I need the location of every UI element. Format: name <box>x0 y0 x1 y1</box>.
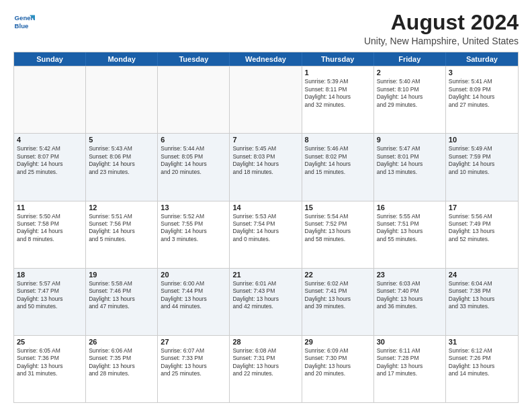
calendar-row-3: 18Sunrise: 5:57 AMSunset: 7:47 PMDayligh… <box>14 268 518 335</box>
cal-cell-r4-c2: 27Sunrise: 6:07 AMSunset: 7:33 PMDayligh… <box>158 336 230 402</box>
day-number-31: 31 <box>449 338 515 346</box>
calendar-header: Sunday Monday Tuesday Wednesday Thursday… <box>14 52 518 66</box>
cal-cell-r2-c6: 17Sunrise: 5:56 AMSunset: 7:49 PMDayligh… <box>446 201 518 268</box>
cal-cell-r1-c1: 5Sunrise: 5:43 AMSunset: 8:06 PMDaylight… <box>86 134 158 200</box>
cell-text-r4-c4: Sunrise: 6:09 AMSunset: 7:30 PMDaylight:… <box>305 347 371 378</box>
day-number-11: 11 <box>17 203 83 212</box>
cell-text-r3-c5: Sunrise: 6:03 AMSunset: 7:40 PMDaylight:… <box>377 280 443 311</box>
cal-cell-r3-c5: 23Sunrise: 6:03 AMSunset: 7:40 PMDayligh… <box>374 269 446 335</box>
day-number-25: 25 <box>17 338 83 346</box>
cal-cell-r0-c1 <box>86 66 158 133</box>
day-number-3: 3 <box>449 68 515 77</box>
cell-text-r1-c3: Sunrise: 5:45 AMSunset: 8:03 PMDaylight:… <box>232 145 298 176</box>
cal-cell-r1-c2: 6Sunrise: 5:44 AMSunset: 8:05 PMDaylight… <box>158 134 230 200</box>
cal-cell-r0-c3 <box>230 66 302 133</box>
cell-text-r1-c6: Sunrise: 5:49 AMSunset: 7:59 PMDaylight:… <box>449 145 515 176</box>
day-number-2: 2 <box>377 68 443 77</box>
cell-text-r4-c1: Sunrise: 6:06 AMSunset: 7:35 PMDaylight:… <box>89 347 154 378</box>
cell-text-r3-c6: Sunrise: 6:04 AMSunset: 7:38 PMDaylight:… <box>449 280 515 311</box>
cal-cell-r3-c6: 24Sunrise: 6:04 AMSunset: 7:38 PMDayligh… <box>446 269 518 335</box>
cal-cell-r0-c4: 1Sunrise: 5:39 AMSunset: 8:11 PMDaylight… <box>302 66 374 133</box>
cell-text-r4-c0: Sunrise: 6:05 AMSunset: 7:36 PMDaylight:… <box>17 347 83 378</box>
cal-cell-r1-c0: 4Sunrise: 5:42 AMSunset: 8:07 PMDaylight… <box>14 134 86 200</box>
day-number-14: 14 <box>232 203 298 212</box>
day-number-21: 21 <box>232 271 298 279</box>
day-number-5: 5 <box>89 136 154 144</box>
cell-text-r0-c6: Sunrise: 5:41 AMSunset: 8:09 PMDaylight:… <box>449 78 515 109</box>
cal-cell-r2-c4: 15Sunrise: 5:54 AMSunset: 7:52 PMDayligh… <box>302 201 374 268</box>
cal-cell-r2-c1: 12Sunrise: 5:51 AMSunset: 7:56 PMDayligh… <box>86 201 158 268</box>
day-number-13: 13 <box>161 203 226 212</box>
cell-text-r2-c4: Sunrise: 5:54 AMSunset: 7:52 PMDaylight:… <box>305 213 371 244</box>
cal-cell-r4-c6: 31Sunrise: 6:12 AMSunset: 7:26 PMDayligh… <box>446 336 518 402</box>
day-number-16: 16 <box>377 203 443 212</box>
logo: General Blue <box>13 11 35 32</box>
day-number-26: 26 <box>89 338 154 346</box>
logo-icon: General Blue <box>13 11 35 32</box>
day-number-24: 24 <box>449 271 515 279</box>
cell-text-r1-c2: Sunrise: 5:44 AMSunset: 8:05 PMDaylight:… <box>161 145 226 176</box>
cal-cell-r1-c3: 7Sunrise: 5:45 AMSunset: 8:03 PMDaylight… <box>230 134 302 200</box>
header-monday: Monday <box>86 52 158 66</box>
day-number-12: 12 <box>89 203 154 212</box>
header-thursday: Thursday <box>302 52 374 66</box>
header-sunday: Sunday <box>14 52 86 66</box>
cell-text-r3-c3: Sunrise: 6:01 AMSunset: 7:43 PMDaylight:… <box>232 280 298 311</box>
cell-text-r0-c4: Sunrise: 5:39 AMSunset: 8:11 PMDaylight:… <box>305 78 371 109</box>
day-number-7: 7 <box>232 136 298 144</box>
cal-cell-r1-c5: 9Sunrise: 5:47 AMSunset: 8:01 PMDaylight… <box>374 134 446 200</box>
calendar: Sunday Monday Tuesday Wednesday Thursday… <box>13 52 519 403</box>
cal-cell-r2-c5: 16Sunrise: 5:55 AMSunset: 7:51 PMDayligh… <box>374 201 446 268</box>
cal-cell-r4-c0: 25Sunrise: 6:05 AMSunset: 7:36 PMDayligh… <box>14 336 86 402</box>
day-number-20: 20 <box>161 271 226 279</box>
day-number-6: 6 <box>161 136 226 144</box>
cell-text-r2-c1: Sunrise: 5:51 AMSunset: 7:56 PMDaylight:… <box>89 213 154 244</box>
cell-text-r2-c0: Sunrise: 5:50 AMSunset: 7:58 PMDaylight:… <box>17 213 83 244</box>
cell-text-r3-c4: Sunrise: 6:02 AMSunset: 7:41 PMDaylight:… <box>305 280 371 311</box>
cal-cell-r0-c0 <box>14 66 86 133</box>
day-number-28: 28 <box>232 338 298 346</box>
day-number-17: 17 <box>449 203 515 212</box>
day-number-9: 9 <box>377 136 443 144</box>
cal-cell-r0-c6: 3Sunrise: 5:41 AMSunset: 8:09 PMDaylight… <box>446 66 518 133</box>
cell-text-r2-c2: Sunrise: 5:52 AMSunset: 7:55 PMDaylight:… <box>161 213 226 244</box>
header-wednesday: Wednesday <box>230 52 302 66</box>
cell-text-r2-c3: Sunrise: 5:53 AMSunset: 7:54 PMDaylight:… <box>232 213 298 244</box>
cal-cell-r3-c0: 18Sunrise: 5:57 AMSunset: 7:47 PMDayligh… <box>14 269 86 335</box>
calendar-row-2: 11Sunrise: 5:50 AMSunset: 7:58 PMDayligh… <box>14 201 518 268</box>
cell-text-r4-c3: Sunrise: 6:08 AMSunset: 7:31 PMDaylight:… <box>232 347 298 378</box>
day-number-23: 23 <box>377 271 443 279</box>
calendar-row-4: 25Sunrise: 6:05 AMSunset: 7:36 PMDayligh… <box>14 335 518 402</box>
cell-text-r4-c6: Sunrise: 6:12 AMSunset: 7:26 PMDaylight:… <box>449 347 515 378</box>
calendar-body: 1Sunrise: 5:39 AMSunset: 8:11 PMDaylight… <box>14 66 518 402</box>
cell-text-r3-c1: Sunrise: 5:58 AMSunset: 7:46 PMDaylight:… <box>89 280 154 311</box>
day-number-30: 30 <box>377 338 443 346</box>
cal-cell-r4-c1: 26Sunrise: 6:06 AMSunset: 7:35 PMDayligh… <box>86 336 158 402</box>
calendar-row-1: 4Sunrise: 5:42 AMSunset: 8:07 PMDaylight… <box>14 133 518 200</box>
day-number-4: 4 <box>17 136 83 144</box>
cell-text-r0-c5: Sunrise: 5:40 AMSunset: 8:10 PMDaylight:… <box>377 78 443 109</box>
cell-text-r1-c5: Sunrise: 5:47 AMSunset: 8:01 PMDaylight:… <box>377 145 443 176</box>
cal-cell-r3-c1: 19Sunrise: 5:58 AMSunset: 7:46 PMDayligh… <box>86 269 158 335</box>
header-tuesday: Tuesday <box>158 52 230 66</box>
cell-text-r3-c2: Sunrise: 6:00 AMSunset: 7:44 PMDaylight:… <box>161 280 226 311</box>
header: General Blue August 2024 Unity, New Hamp… <box>13 11 519 46</box>
day-number-18: 18 <box>17 271 83 279</box>
day-number-19: 19 <box>89 271 154 279</box>
day-number-1: 1 <box>305 68 371 77</box>
cell-text-r4-c2: Sunrise: 6:07 AMSunset: 7:33 PMDaylight:… <box>161 347 226 378</box>
cell-text-r2-c6: Sunrise: 5:56 AMSunset: 7:49 PMDaylight:… <box>449 213 515 244</box>
day-number-10: 10 <box>449 136 515 144</box>
cal-cell-r3-c3: 21Sunrise: 6:01 AMSunset: 7:43 PMDayligh… <box>230 269 302 335</box>
cal-cell-r2-c0: 11Sunrise: 5:50 AMSunset: 7:58 PMDayligh… <box>14 201 86 268</box>
cell-text-r3-c0: Sunrise: 5:57 AMSunset: 7:47 PMDaylight:… <box>17 280 83 311</box>
title-block: August 2024 Unity, New Hampshire, United… <box>364 11 519 46</box>
calendar-row-0: 1Sunrise: 5:39 AMSunset: 8:11 PMDaylight… <box>14 66 518 133</box>
cal-cell-r2-c2: 13Sunrise: 5:52 AMSunset: 7:55 PMDayligh… <box>158 201 230 268</box>
main-title: August 2024 <box>364 11 519 34</box>
cell-text-r1-c0: Sunrise: 5:42 AMSunset: 8:07 PMDaylight:… <box>17 145 83 176</box>
cal-cell-r1-c6: 10Sunrise: 5:49 AMSunset: 7:59 PMDayligh… <box>446 134 518 200</box>
page: General Blue August 2024 Unity, New Hamp… <box>0 0 532 411</box>
cell-text-r4-c5: Sunrise: 6:11 AMSunset: 7:28 PMDaylight:… <box>377 347 443 378</box>
cal-cell-r3-c2: 20Sunrise: 6:00 AMSunset: 7:44 PMDayligh… <box>158 269 230 335</box>
